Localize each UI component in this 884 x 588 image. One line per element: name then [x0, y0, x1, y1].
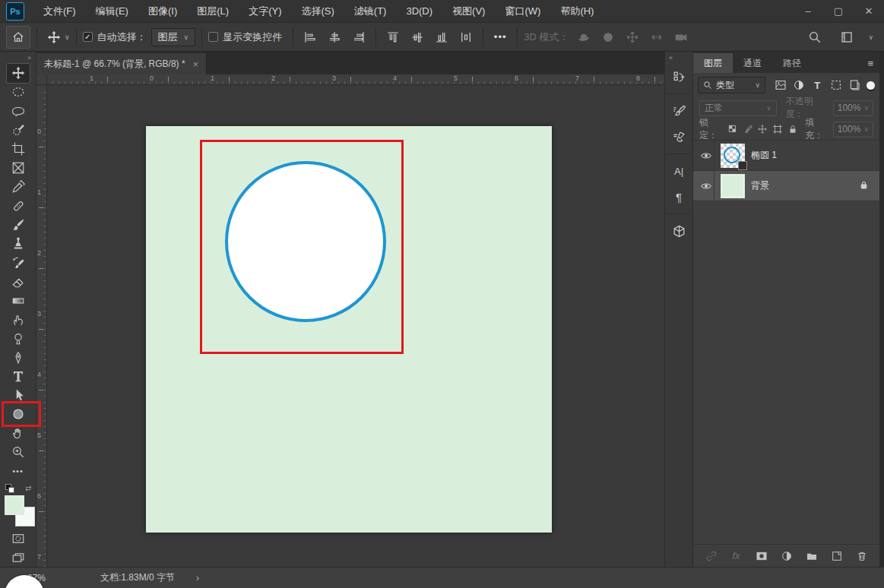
- workspace-icon[interactable]: [836, 27, 857, 48]
- document-canvas[interactable]: [146, 126, 552, 533]
- menu-select[interactable]: 选择(S): [291, 0, 344, 23]
- ellipse-tool[interactable]: [7, 405, 30, 424]
- hand-tool[interactable]: [7, 424, 30, 443]
- chevron-down-icon[interactable]: ∨: [868, 33, 873, 41]
- menu-filter[interactable]: 滤镜(T): [344, 0, 397, 23]
- quick-select-tool[interactable]: [7, 121, 30, 140]
- brush-settings-icon[interactable]: [667, 100, 690, 122]
- type-tool[interactable]: [7, 367, 30, 386]
- layer-thumbnail[interactable]: [721, 144, 745, 168]
- menu-help[interactable]: 帮助(H): [550, 0, 604, 23]
- menu-window[interactable]: 窗口(W): [495, 0, 550, 23]
- align-middle-icon[interactable]: [407, 27, 428, 48]
- delete-icon[interactable]: [854, 548, 870, 564]
- marquee-tool[interactable]: [7, 83, 30, 102]
- chevron-down-icon[interactable]: ∨: [65, 33, 70, 41]
- lock-position-icon[interactable]: [757, 123, 768, 136]
- new-layer-icon[interactable]: [829, 548, 844, 564]
- home-icon[interactable]: [6, 26, 30, 49]
- filter-smart-object-icon[interactable]: [847, 77, 861, 93]
- gradient-tool[interactable]: [7, 291, 30, 310]
- menu-image[interactable]: 图像(I): [138, 0, 187, 23]
- lock-all-icon[interactable]: [787, 123, 799, 136]
- tab-channels[interactable]: 通道: [733, 53, 772, 73]
- eyedropper-tool[interactable]: [7, 178, 30, 197]
- layer-mask-icon[interactable]: [754, 548, 769, 564]
- lasso-tool[interactable]: [7, 102, 30, 121]
- menu-view[interactable]: 视图(V): [442, 0, 495, 23]
- toolbar-expand-icon[interactable]: »: [0, 52, 36, 64]
- move-tool-preset-icon[interactable]: [43, 27, 65, 48]
- align-right-icon[interactable]: [348, 27, 369, 48]
- visibility-eye-icon[interactable]: [698, 171, 714, 201]
- layer-thumbnail[interactable]: [721, 174, 745, 198]
- menu-3d[interactable]: 3D(D): [396, 0, 442, 23]
- dock-collapse-icon[interactable]: «: [665, 52, 692, 64]
- mixer-brush-icon[interactable]: [667, 126, 690, 147]
- visibility-eye-icon[interactable]: [698, 141, 714, 170]
- history-icon[interactable]: [667, 66, 690, 87]
- group-icon[interactable]: [804, 548, 819, 564]
- align-top-icon[interactable]: [382, 27, 404, 48]
- layer-filter-dropdown[interactable]: 类型 ∨: [698, 77, 765, 93]
- fx-icon[interactable]: fx: [729, 548, 744, 564]
- paragraph-icon[interactable]: ¶: [667, 186, 690, 207]
- quick-mask-button[interactable]: [7, 529, 30, 548]
- show-transform-checkbox[interactable]: [208, 32, 218, 42]
- status-chevron-icon[interactable]: ›: [196, 573, 199, 583]
- screen-mode-button[interactable]: [7, 548, 30, 567]
- foreground-color-swatch[interactable]: [5, 495, 24, 515]
- lock-transparency-icon[interactable]: [727, 123, 738, 136]
- close-button[interactable]: ✕: [854, 0, 884, 23]
- maximize-button[interactable]: ▢: [823, 0, 854, 23]
- tab-paths[interactable]: 路径: [772, 53, 812, 73]
- pen-tool[interactable]: [7, 348, 30, 367]
- crop-tool[interactable]: [7, 140, 30, 159]
- menu-file[interactable]: 文件(F): [33, 0, 86, 23]
- layer-name[interactable]: 椭圆 1: [751, 149, 777, 162]
- search-icon[interactable]: [804, 27, 825, 48]
- 3d-cube-icon[interactable]: [667, 220, 690, 242]
- eraser-tool[interactable]: [7, 272, 30, 291]
- auto-select-target-dropdown[interactable]: 图层 ∨: [151, 28, 196, 46]
- layer-row-background[interactable]: 背景: [693, 171, 879, 201]
- swap-colors-icon[interactable]: ⇄: [25, 484, 31, 492]
- brush-tool[interactable]: [7, 216, 30, 235]
- align-left-icon[interactable]: [299, 27, 321, 48]
- dodge-tool[interactable]: [7, 329, 30, 348]
- filter-toggle-icon[interactable]: [867, 81, 875, 90]
- history-brush-tool[interactable]: [7, 253, 30, 272]
- lock-pixels-icon[interactable]: [742, 123, 753, 136]
- more-options-button[interactable]: •••: [490, 27, 511, 48]
- path-select-tool[interactable]: [7, 386, 30, 405]
- healing-tool[interactable]: [7, 197, 30, 216]
- character-icon[interactable]: A|: [667, 160, 690, 182]
- layer-name[interactable]: 背景: [751, 179, 769, 192]
- align-bottom-icon[interactable]: [431, 27, 452, 48]
- panel-menu-icon[interactable]: ≡: [867, 53, 873, 73]
- adjustment-icon[interactable]: [779, 548, 794, 564]
- auto-select-checkbox[interactable]: ✓: [83, 32, 93, 42]
- frame-tool[interactable]: [7, 159, 30, 178]
- menu-edit[interactable]: 编辑(E): [86, 0, 138, 23]
- clone-stamp-tool[interactable]: [7, 234, 30, 253]
- menu-type[interactable]: 文字(Y): [239, 0, 291, 23]
- link-icon[interactable]: [704, 548, 719, 564]
- canvas-viewport[interactable]: [47, 85, 664, 567]
- layer-row-ellipse[interactable]: 椭圆 1: [693, 141, 879, 171]
- distribute-icon[interactable]: [455, 27, 477, 48]
- layer-lock-icon[interactable]: [859, 180, 869, 192]
- smudge-tool[interactable]: [7, 310, 30, 329]
- filter-type-icon[interactable]: T: [810, 77, 825, 93]
- align-center-icon[interactable]: [324, 27, 345, 48]
- tab-close-icon[interactable]: ×: [193, 58, 199, 70]
- more-tools[interactable]: •••: [7, 462, 30, 481]
- filter-pixel-icon[interactable]: [773, 77, 787, 93]
- tab-layers[interactable]: 图层: [693, 53, 733, 73]
- default-colors-icon[interactable]: [5, 484, 15, 494]
- filter-adjustment-icon[interactable]: [791, 77, 806, 93]
- minimize-button[interactable]: –: [793, 0, 823, 23]
- menu-layer[interactable]: 图层(L): [187, 0, 239, 23]
- filter-shape-icon[interactable]: [829, 77, 843, 93]
- document-tab[interactable]: 未标题-1 @ 66.7% (背景, RGB/8) * ×: [36, 53, 207, 74]
